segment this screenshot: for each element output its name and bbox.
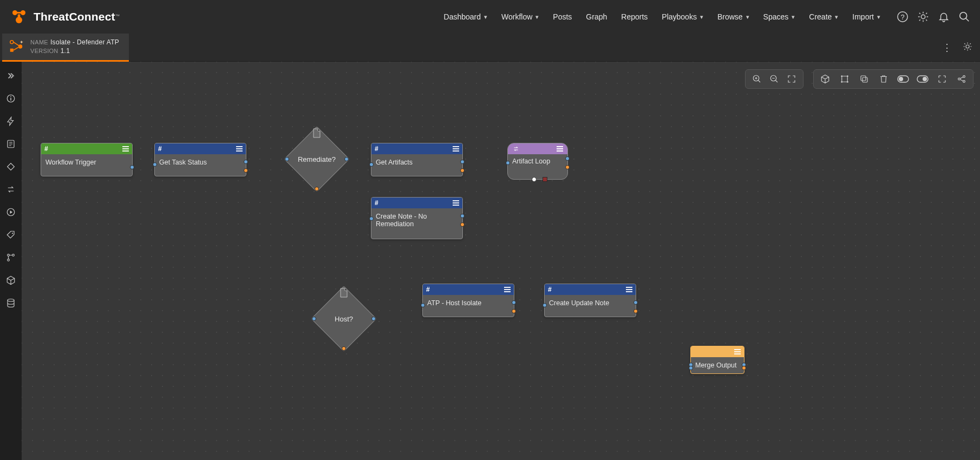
port-input[interactable] bbox=[369, 216, 374, 221]
zoom-in-icon[interactable] bbox=[751, 73, 763, 85]
node-artifact-loop[interactable]: Artifact Loop bbox=[507, 143, 568, 180]
port-output-fail[interactable] bbox=[565, 165, 570, 169]
port-input[interactable] bbox=[421, 303, 425, 307]
help-icon[interactable]: ? bbox=[897, 11, 909, 23]
port-input[interactable] bbox=[543, 303, 547, 307]
nav-spaces[interactable]: Spaces▾ bbox=[763, 12, 795, 21]
node-title: Workflow Trigger bbox=[45, 159, 96, 166]
copy-icon[interactable] bbox=[858, 73, 870, 85]
gear-icon[interactable] bbox=[917, 11, 929, 23]
port-output-success[interactable] bbox=[460, 160, 465, 164]
nav-import[interactable]: Import▾ bbox=[852, 12, 880, 21]
fit-icon[interactable] bbox=[786, 73, 798, 85]
port-input[interactable] bbox=[153, 162, 157, 167]
port-output-fail[interactable] bbox=[633, 309, 638, 313]
port-output-success[interactable] bbox=[565, 156, 570, 161]
info-icon[interactable] bbox=[2, 90, 19, 107]
settings-icon[interactable] bbox=[963, 42, 972, 54]
menu-lines-icon bbox=[626, 287, 632, 292]
edit-group bbox=[813, 69, 974, 89]
cube-tool-icon[interactable] bbox=[819, 73, 831, 85]
port-output-true[interactable] bbox=[371, 317, 376, 321]
port-output-fail[interactable] bbox=[460, 168, 465, 173]
nav-posts[interactable]: Posts bbox=[553, 12, 572, 21]
search-icon[interactable] bbox=[958, 11, 970, 23]
node-title: Create Update Note bbox=[549, 299, 609, 307]
bolt-icon[interactable] bbox=[2, 113, 19, 130]
operator-host[interactable]: Host? bbox=[314, 289, 374, 349]
port-output-success[interactable] bbox=[512, 300, 516, 305]
menu-lines-icon bbox=[504, 287, 511, 292]
nav-reports[interactable]: Reports bbox=[621, 12, 648, 21]
tag-icon[interactable] bbox=[2, 226, 19, 244]
share-icon[interactable] bbox=[956, 73, 968, 85]
port-input[interactable] bbox=[285, 157, 289, 161]
node-atp-host-isolate[interactable]: # ATP - Host Isolate bbox=[422, 284, 514, 317]
port-output[interactable] bbox=[130, 165, 134, 169]
port-output-fail[interactable] bbox=[742, 366, 746, 370]
port-input-bottom[interactable] bbox=[689, 366, 693, 370]
port-output-fail[interactable] bbox=[460, 222, 465, 227]
kebab-menu-icon[interactable]: ⋮ bbox=[942, 42, 952, 54]
port-output-true[interactable] bbox=[344, 157, 349, 161]
port-output-fail[interactable] bbox=[512, 309, 516, 313]
branch-icon[interactable] bbox=[2, 249, 19, 266]
operator-remediate[interactable]: Remediate? bbox=[287, 129, 347, 189]
play-icon[interactable] bbox=[2, 203, 19, 221]
port-output-success[interactable] bbox=[244, 160, 248, 164]
toggle-right-icon[interactable] bbox=[917, 73, 929, 85]
nav-graph[interactable]: Graph bbox=[586, 12, 607, 21]
fullscreen-icon[interactable] bbox=[936, 73, 948, 85]
nav-playbooks[interactable]: Playbooks▾ bbox=[662, 12, 703, 21]
chevron-down-icon: ▾ bbox=[484, 14, 487, 21]
port-input[interactable] bbox=[506, 161, 510, 165]
port-output-success[interactable] bbox=[460, 214, 465, 218]
zoom-group bbox=[745, 69, 803, 89]
node-workflow-trigger[interactable]: # Workflow Trigger bbox=[41, 143, 133, 176]
node-get-artifacts[interactable]: # Get Artifacts bbox=[371, 143, 463, 176]
nav-icon-group: ? bbox=[897, 11, 970, 23]
nav-dashboard[interactable]: Dashboard▾ bbox=[444, 12, 488, 21]
brand-name: ThreatConnect bbox=[34, 10, 115, 23]
diamond-icon[interactable] bbox=[2, 158, 19, 175]
port-output-success[interactable] bbox=[633, 300, 638, 305]
db-icon[interactable] bbox=[2, 294, 19, 312]
port-iteration-item[interactable] bbox=[532, 177, 537, 182]
port-output-false[interactable] bbox=[315, 187, 319, 191]
port-output-false[interactable] bbox=[342, 346, 346, 351]
align-icon[interactable] bbox=[839, 73, 851, 85]
nav-create[interactable]: Create▾ bbox=[809, 12, 838, 21]
nav-workflow[interactable]: Workflow▾ bbox=[501, 12, 539, 21]
trash-icon[interactable] bbox=[878, 73, 890, 85]
chevron-down-icon: ▾ bbox=[746, 14, 749, 21]
form-icon[interactable] bbox=[2, 135, 19, 153]
bell-icon[interactable] bbox=[938, 11, 950, 23]
svg-point-7 bbox=[960, 12, 967, 19]
expand-sidebar-icon[interactable] bbox=[2, 67, 19, 84]
hash-icon: # bbox=[375, 145, 378, 153]
zoom-out-icon[interactable] bbox=[768, 73, 780, 85]
playbook-tab[interactable]: NAMEIsolate - Defender ATP VERSION1.1 bbox=[2, 34, 129, 62]
port-output-fail[interactable] bbox=[244, 168, 248, 173]
tab-version-label: VERSION bbox=[30, 48, 58, 54]
svg-point-1 bbox=[21, 10, 25, 15]
operator-label: Remediate? bbox=[287, 129, 347, 189]
node-create-note-no-remediation[interactable]: # Create Note - No Remediation bbox=[371, 197, 463, 239]
node-merge-output[interactable]: Merge Output bbox=[690, 346, 744, 374]
port-iteration-end[interactable] bbox=[543, 177, 547, 182]
port-input[interactable] bbox=[312, 317, 316, 321]
toggle-left-icon[interactable] bbox=[897, 73, 909, 85]
node-create-update-note[interactable]: # Create Update Note bbox=[544, 284, 636, 317]
port-input[interactable] bbox=[369, 162, 374, 167]
node-title: Get Artifacts bbox=[376, 159, 413, 166]
top-nav: ThreatConnect™ Dashboard▾ Workflow▾ Post… bbox=[0, 0, 980, 34]
nav-browse[interactable]: Browse▾ bbox=[717, 12, 749, 21]
hash-icon: # bbox=[548, 286, 552, 293]
loop-icon[interactable] bbox=[2, 181, 19, 198]
operator-label: Host? bbox=[314, 289, 374, 349]
node-title: ATP - Host Isolate bbox=[427, 299, 481, 307]
playbook-canvas[interactable]: # Workflow Trigger # Get Task Status Rem… bbox=[22, 62, 980, 460]
cube-icon[interactable] bbox=[2, 272, 19, 289]
node-get-task-status[interactable]: # Get Task Status bbox=[154, 143, 246, 176]
hash-icon: # bbox=[158, 145, 162, 153]
